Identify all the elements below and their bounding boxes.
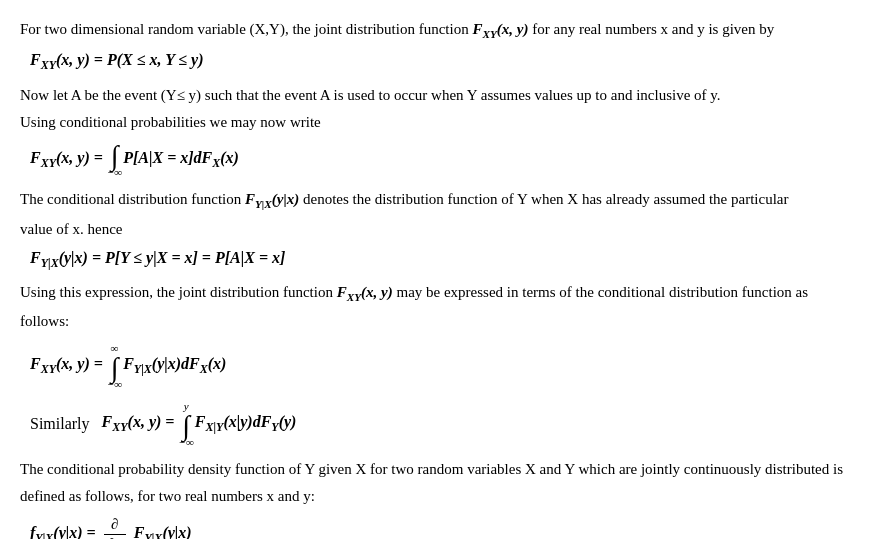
formula-3: FY|X(y|x) = P[Y ≤ y|X = x] = P[A|X = x] bbox=[30, 249, 875, 271]
formula4-body: FY|X(y|x)dFX(x) bbox=[123, 355, 226, 377]
formula2-integral-expr: ∫ −∞ P[A|X = x]dFX(x) bbox=[107, 142, 239, 178]
formula5-integral-expr: y ∫ −∞ FX|Y(x|y)dFY(y) bbox=[178, 400, 296, 448]
formula6-numerator: ∂ bbox=[111, 516, 118, 533]
intro-formula-fxy: FXY(x, y) bbox=[472, 21, 528, 37]
formula-1: FXY(x, y) = P(X ≤ x, Y ≤ y) bbox=[30, 51, 875, 73]
formula1-expr: FXY(x, y) = P(X ≤ x, Y ≤ y) bbox=[30, 51, 204, 73]
line-5: value of x. hence bbox=[20, 218, 875, 241]
formula-2: FXY(x, y) = ∫ −∞ P[A|X = x]dFX(x) bbox=[30, 142, 875, 178]
line-7: follows: bbox=[20, 310, 875, 333]
line-2: Now let A be the event (Y≤ y) such that … bbox=[20, 84, 875, 107]
formula5-body: FX|Y(x|y)dFY(y) bbox=[195, 413, 297, 435]
formula6-right: FY|X(y|x) bbox=[134, 524, 192, 539]
line4-start: The conditional distribution function bbox=[20, 191, 241, 207]
formula-6: fY|X(y|x) = ∂ ∂y FY|X(y|x) bbox=[30, 516, 875, 539]
line6-end: may be expressed in terms of the conditi… bbox=[396, 284, 808, 300]
formula5-integral-sym: ∫ bbox=[182, 412, 190, 440]
formula5-left: FXY(x, y) = bbox=[102, 413, 175, 435]
line-9: The conditional probability density func… bbox=[20, 458, 875, 481]
line6-formula: FXY(x, y) bbox=[337, 284, 393, 300]
formula2-integral-sym: ∫ bbox=[111, 142, 119, 170]
formula4-integral-expr: ∞ ∫ −∞ FY|X(y|x)dFX(x) bbox=[107, 342, 227, 390]
page-content: For two dimensional random variable (X,Y… bbox=[20, 18, 875, 539]
formula4-left: FXY(x, y) = bbox=[30, 355, 103, 377]
formula6-left: fY|X(y|x) = bbox=[30, 524, 96, 539]
intro-text-start: For two dimensional random variable (X,Y… bbox=[20, 21, 469, 37]
line-3: Using conditional probabilities we may n… bbox=[20, 111, 875, 134]
formula2-left: FXY(x, y) = bbox=[30, 149, 103, 171]
formula-5-line: Similarly FXY(x, y) = y ∫ −∞ FX|Y(x|y)dF… bbox=[30, 400, 875, 448]
intro-paragraph: For two dimensional random variable (X,Y… bbox=[20, 18, 875, 43]
formula2-body: P[A|X = x]dFX(x) bbox=[123, 149, 239, 171]
line-10: defined as follows, for two real numbers… bbox=[20, 485, 875, 508]
formula3-expr: FY|X(y|x) = P[Y ≤ y|X = x] = P[A|X = x] bbox=[30, 249, 285, 271]
formula6-fraction-bar bbox=[104, 534, 126, 535]
line4-end: denotes the distribution function of Y w… bbox=[303, 191, 788, 207]
line-6: Using this expression, the joint distrib… bbox=[20, 281, 875, 306]
formula6-fraction: ∂ ∂y bbox=[104, 516, 126, 539]
line4-formula: FY|X(y|x) bbox=[245, 191, 299, 207]
line8-similarly: Similarly bbox=[30, 415, 90, 433]
line6-start: Using this expression, the joint distrib… bbox=[20, 284, 333, 300]
line-4: The conditional distribution function FY… bbox=[20, 188, 875, 213]
formula-4: FXY(x, y) = ∞ ∫ −∞ FY|X(y|x)dFX(x) bbox=[30, 342, 875, 390]
intro-text-end: for any real numbers x and y is given by bbox=[532, 21, 774, 37]
formula4-integral-sym: ∫ bbox=[111, 354, 119, 382]
